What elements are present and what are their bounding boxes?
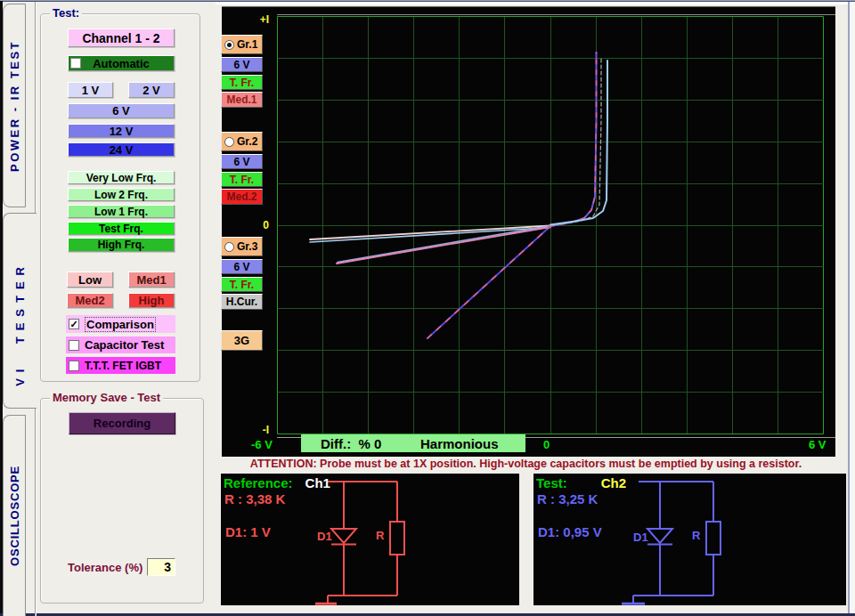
comparison-label: Comparison [85,317,156,332]
test-frq-button[interactable]: Test Frq. [68,222,175,235]
test-circuit-diagram: D1 R [533,474,846,605]
group2-voltage-button[interactable]: 6 V [221,154,263,169]
reference-diode-label: D1 [317,530,332,543]
group1-radio-button[interactable]: Gr.1 [221,35,263,54]
low-2-frq-button[interactable]: Low 2 Frq. [68,188,175,201]
axis-label-minus-i: -I [251,424,269,436]
attention-warning-text: ATTENTION: Probe must be at 1X position.… [214,458,838,473]
comparison-checkbox[interactable]: ✓ [69,319,79,329]
group3-freq-button[interactable]: T. Fr. [221,277,263,292]
high-frq-button[interactable]: High Frq. [68,238,175,252]
group2-freq-button[interactable]: T. Fr. [221,172,263,187]
group1-voltage-button[interactable]: 6 V [221,57,263,72]
tab-vi-tester[interactable]: VI TESTER [3,213,37,409]
comparison-checkbox-row[interactable]: ✓ Comparison [66,315,175,333]
group2-radio-icon[interactable] [224,137,234,147]
test-circuit-panel: Test:Ch2 R : 3,25 K D1: 0,95 V D1 R [533,474,846,605]
tab-power-ir-test-label: POWER - IR TEST [8,40,21,172]
current-low-button[interactable]: Low [67,272,113,288]
current-high-button[interactable]: High [128,293,175,308]
trace-memory-shallow-cyan [310,228,550,243]
diff-value: Diff.: % 0 [321,436,381,451]
harmonious-status: Harmonious [420,436,499,451]
window-top-highlight [216,2,855,4]
vi-tester-app: { "window": { "bg_color": "#efeee9", "sc… [0,0,855,616]
tolerance-label: Tolerance (%) [68,561,142,574]
reference-resistor-label: R [376,529,385,542]
voltage-12v-button[interactable]: 12 V [68,124,175,138]
capacitor-test-checkbox[interactable] [69,340,79,351]
low-1-frq-button[interactable]: Low 1 Frq. [68,205,175,218]
reference-circuit-diagram: D1 R [221,474,519,605]
very-low-frq-button[interactable]: Very Low Frq. [68,171,175,184]
test-diode-label: D1 [633,531,648,544]
voltage-1v-button[interactable]: 1 V [68,82,113,98]
trace-forward-purple [550,53,597,226]
group2-current-button[interactable]: Med.2 [221,189,263,205]
group1-current-button[interactable]: Med.1 [221,92,263,108]
voltage-2v-button[interactable]: 2 V [128,82,175,98]
current-med1-button[interactable]: Med1 [128,272,175,288]
diff-status-bar: Diff.: % 0 Harmonious [301,434,525,452]
tab-vi-tester-label: VI TESTER [13,261,27,386]
ttt-fet-igbt-label: T.T.T. FET IGBT [85,360,161,372]
group3-current-button[interactable]: H.Cur. [221,294,263,310]
automatic-label: Automatic [93,57,150,70]
axis-label-v-max: 6 V [809,438,826,451]
voltage-6v-button[interactable]: 6 V [68,103,175,118]
trace-forward-cyan [550,61,607,225]
window-right-margin [850,2,855,614]
test-resistor-label: R [692,529,701,542]
recording-button[interactable]: Recording [69,412,175,434]
group3-voltage-button[interactable]: 6 V [221,259,263,274]
ttt-fet-igbt-checkbox-row[interactable]: T.T.T. FET IGBT [66,357,175,374]
axis-label-v-zero: 0 [543,438,550,451]
trace-forward-pink-dash [550,53,597,226]
automatic-checkbox[interactable] [70,58,81,69]
axis-label-plus-i: +I [251,13,269,26]
tab-power-ir-test[interactable]: POWER - IR TEST [3,4,26,207]
ttt-fet-igbt-checkbox[interactable] [69,361,79,371]
axis-label-v-min: -6 V [251,438,273,451]
capacitor-test-label: Capacitor Test [85,338,164,352]
tolerance-input[interactable] [147,558,175,576]
group2-radio-button[interactable]: Gr.2 [221,132,263,151]
axis-label-zero-i: 0 [251,219,269,231]
scope-grid [277,14,835,440]
memory-save-test-title: Memory Save - Test [50,392,163,404]
3g-button[interactable]: 3G [221,330,263,351]
group3-radio-button[interactable]: Gr.3 [221,237,263,256]
group1-freq-button[interactable]: T. Fr. [221,75,263,90]
test-group-title: Test: [50,7,82,20]
tab-oscilloscope[interactable]: OSCILLOSCOPE [3,415,26,616]
tab-oscilloscope-label: OSCILLOSCOPE [8,466,21,566]
capacitor-test-checkbox-row[interactable]: Capacitor Test [66,336,175,353]
current-med2-button[interactable]: Med2 [67,293,113,308]
voltage-24v-button[interactable]: 24 V [68,142,175,157]
reference-circuit-panel: Reference:Ch1 R : 3,38 K D1: 1 V D1 R [221,474,519,605]
group1-radio-icon[interactable] [224,40,234,50]
group3-radio-label: Gr.3 [237,240,257,253]
channel-1-2-button[interactable]: Channel 1 - 2 [68,28,175,47]
automatic-button[interactable]: Automatic [68,55,175,71]
group1-radio-label: Gr.1 [237,38,257,51]
group2-radio-label: Gr.2 [237,135,257,148]
group3-radio-icon[interactable] [224,242,234,252]
